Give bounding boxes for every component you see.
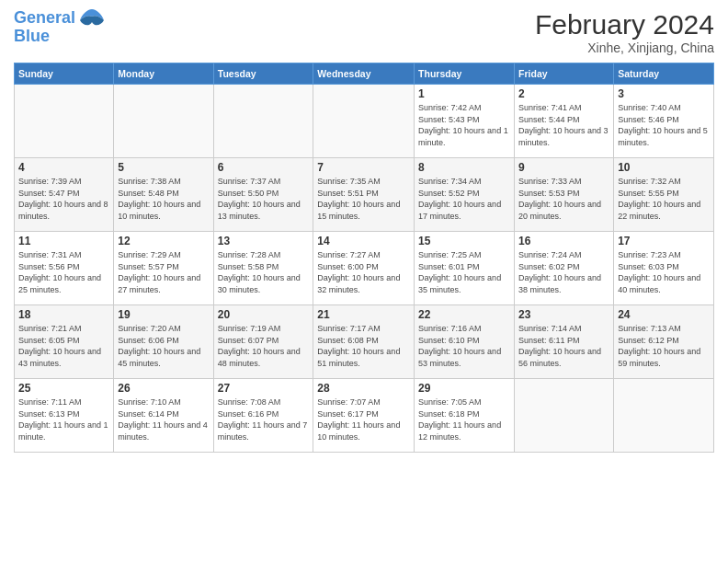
calendar-cell: 23Sunrise: 7:14 AM Sunset: 6:11 PM Dayli… [515, 305, 614, 379]
day-info: Sunrise: 7:33 AM Sunset: 5:53 PM Dayligh… [518, 176, 609, 222]
weekday-header-row: SundayMondayTuesdayWednesdayThursdayFrid… [15, 63, 714, 85]
weekday-header-saturday: Saturday [614, 63, 714, 85]
week-row-3: 11Sunrise: 7:31 AM Sunset: 5:56 PM Dayli… [15, 232, 714, 305]
day-info: Sunrise: 7:20 AM Sunset: 6:06 PM Dayligh… [118, 323, 209, 369]
day-info: Sunrise: 7:24 AM Sunset: 6:02 PM Dayligh… [518, 249, 609, 295]
day-number: 29 [418, 382, 510, 395]
calendar-cell [114, 85, 213, 158]
day-info: Sunrise: 7:10 AM Sunset: 6:14 PM Dayligh… [118, 396, 209, 442]
calendar-cell: 8Sunrise: 7:34 AM Sunset: 5:52 PM Daylig… [415, 158, 515, 232]
day-info: Sunrise: 7:37 AM Sunset: 5:50 PM Dayligh… [218, 176, 310, 222]
day-info: Sunrise: 7:35 AM Sunset: 5:51 PM Dayligh… [317, 176, 410, 222]
subtitle: Xinhe, Xinjiang, China [535, 40, 714, 55]
day-info: Sunrise: 7:07 AM Sunset: 6:17 PM Dayligh… [317, 396, 410, 442]
day-info: Sunrise: 7:40 AM Sunset: 5:46 PM Dayligh… [618, 102, 710, 148]
calendar-cell: 9Sunrise: 7:33 AM Sunset: 5:53 PM Daylig… [515, 158, 614, 232]
weekday-header-thursday: Thursday [415, 63, 515, 85]
calendar-cell: 25Sunrise: 7:11 AM Sunset: 6:13 PM Dayli… [15, 379, 114, 453]
day-info: Sunrise: 7:17 AM Sunset: 6:08 PM Dayligh… [317, 323, 410, 369]
day-info: Sunrise: 7:25 AM Sunset: 6:01 PM Dayligh… [418, 249, 510, 295]
day-number: 6 [218, 161, 310, 174]
day-number: 23 [518, 308, 609, 321]
logo-icon [78, 7, 106, 28]
week-row-1: 1Sunrise: 7:42 AM Sunset: 5:43 PM Daylig… [15, 85, 714, 158]
weekday-header-monday: Monday [114, 63, 213, 85]
day-info: Sunrise: 7:39 AM Sunset: 5:47 PM Dayligh… [18, 176, 109, 222]
page: General Blue February 2024 Xinhe, Xinjia… [0, 0, 728, 462]
calendar-cell: 1Sunrise: 7:42 AM Sunset: 5:43 PM Daylig… [415, 85, 515, 158]
calendar-cell: 4Sunrise: 7:39 AM Sunset: 5:47 PM Daylig… [15, 158, 114, 232]
day-info: Sunrise: 7:28 AM Sunset: 5:58 PM Dayligh… [218, 249, 310, 295]
day-info: Sunrise: 7:42 AM Sunset: 5:43 PM Dayligh… [418, 102, 510, 148]
day-number: 5 [118, 161, 209, 174]
calendar-cell: 16Sunrise: 7:24 AM Sunset: 6:02 PM Dayli… [515, 232, 614, 305]
calendar-cell: 29Sunrise: 7:05 AM Sunset: 6:18 PM Dayli… [415, 379, 515, 453]
day-number: 18 [18, 308, 109, 321]
header: General Blue February 2024 Xinhe, Xinjia… [14, 9, 714, 55]
calendar-cell: 20Sunrise: 7:19 AM Sunset: 6:07 PM Dayli… [213, 305, 313, 379]
day-info: Sunrise: 7:21 AM Sunset: 6:05 PM Dayligh… [18, 323, 109, 369]
day-number: 12 [118, 235, 209, 247]
day-info: Sunrise: 7:11 AM Sunset: 6:13 PM Dayligh… [18, 396, 109, 442]
calendar-cell [515, 379, 614, 453]
calendar-cell [313, 85, 415, 158]
day-info: Sunrise: 7:05 AM Sunset: 6:18 PM Dayligh… [418, 396, 510, 442]
logo-text: General [14, 9, 75, 28]
day-number: 1 [418, 87, 510, 100]
main-title: February 2024 [535, 9, 714, 40]
week-row-5: 25Sunrise: 7:11 AM Sunset: 6:13 PM Dayli… [15, 379, 714, 453]
day-number: 25 [18, 382, 109, 395]
logo: General Blue [14, 9, 106, 46]
calendar-cell: 27Sunrise: 7:08 AM Sunset: 6:16 PM Dayli… [213, 379, 313, 453]
day-number: 28 [317, 382, 410, 395]
logo-line1: General [14, 8, 75, 27]
day-info: Sunrise: 7:31 AM Sunset: 5:56 PM Dayligh… [18, 249, 109, 295]
day-info: Sunrise: 7:23 AM Sunset: 6:03 PM Dayligh… [618, 249, 710, 295]
calendar-cell: 3Sunrise: 7:40 AM Sunset: 5:46 PM Daylig… [614, 85, 714, 158]
calendar-cell: 5Sunrise: 7:38 AM Sunset: 5:48 PM Daylig… [114, 158, 213, 232]
day-number: 21 [317, 308, 410, 321]
calendar-cell: 7Sunrise: 7:35 AM Sunset: 5:51 PM Daylig… [313, 158, 415, 232]
day-number: 17 [618, 235, 710, 247]
weekday-header-wednesday: Wednesday [313, 63, 415, 85]
calendar-cell: 28Sunrise: 7:07 AM Sunset: 6:17 PM Dayli… [313, 379, 415, 453]
day-info: Sunrise: 7:08 AM Sunset: 6:16 PM Dayligh… [218, 396, 310, 442]
day-info: Sunrise: 7:38 AM Sunset: 5:48 PM Dayligh… [118, 176, 209, 222]
day-number: 9 [518, 161, 609, 174]
day-number: 4 [18, 161, 109, 174]
calendar-cell: 22Sunrise: 7:16 AM Sunset: 6:10 PM Dayli… [415, 305, 515, 379]
weekday-header-friday: Friday [515, 63, 614, 85]
day-info: Sunrise: 7:32 AM Sunset: 5:55 PM Dayligh… [618, 176, 710, 222]
day-info: Sunrise: 7:41 AM Sunset: 5:44 PM Dayligh… [518, 102, 609, 148]
day-info: Sunrise: 7:19 AM Sunset: 6:07 PM Dayligh… [218, 323, 310, 369]
calendar-cell: 26Sunrise: 7:10 AM Sunset: 6:14 PM Dayli… [114, 379, 213, 453]
calendar-cell: 18Sunrise: 7:21 AM Sunset: 6:05 PM Dayli… [15, 305, 114, 379]
day-number: 3 [618, 87, 710, 100]
calendar-cell: 2Sunrise: 7:41 AM Sunset: 5:44 PM Daylig… [515, 85, 614, 158]
title-block: February 2024 Xinhe, Xinjiang, China [535, 9, 714, 55]
weekday-header-sunday: Sunday [15, 63, 114, 85]
calendar-cell: 21Sunrise: 7:17 AM Sunset: 6:08 PM Dayli… [313, 305, 415, 379]
day-info: Sunrise: 7:16 AM Sunset: 6:10 PM Dayligh… [418, 323, 510, 369]
day-info: Sunrise: 7:13 AM Sunset: 6:12 PM Dayligh… [618, 323, 710, 369]
day-number: 26 [118, 382, 209, 395]
day-number: 13 [218, 235, 310, 247]
calendar-cell: 14Sunrise: 7:27 AM Sunset: 6:00 PM Dayli… [313, 232, 415, 305]
calendar-cell: 13Sunrise: 7:28 AM Sunset: 5:58 PM Dayli… [213, 232, 313, 305]
day-number: 14 [317, 235, 410, 247]
calendar-cell: 24Sunrise: 7:13 AM Sunset: 6:12 PM Dayli… [614, 305, 714, 379]
day-number: 27 [218, 382, 310, 395]
day-number: 10 [618, 161, 710, 174]
day-number: 20 [218, 308, 310, 321]
calendar-cell: 10Sunrise: 7:32 AM Sunset: 5:55 PM Dayli… [614, 158, 714, 232]
day-info: Sunrise: 7:14 AM Sunset: 6:11 PM Dayligh… [518, 323, 609, 369]
day-number: 19 [118, 308, 209, 321]
calendar-cell: 11Sunrise: 7:31 AM Sunset: 5:56 PM Dayli… [15, 232, 114, 305]
day-info: Sunrise: 7:34 AM Sunset: 5:52 PM Dayligh… [418, 176, 510, 222]
calendar-table: SundayMondayTuesdayWednesdayThursdayFrid… [14, 63, 714, 453]
day-info: Sunrise: 7:27 AM Sunset: 6:00 PM Dayligh… [317, 249, 410, 295]
day-info: Sunrise: 7:29 AM Sunset: 5:57 PM Dayligh… [118, 249, 209, 295]
day-number: 22 [418, 308, 510, 321]
weekday-header-tuesday: Tuesday [213, 63, 313, 85]
calendar-cell: 6Sunrise: 7:37 AM Sunset: 5:50 PM Daylig… [213, 158, 313, 232]
